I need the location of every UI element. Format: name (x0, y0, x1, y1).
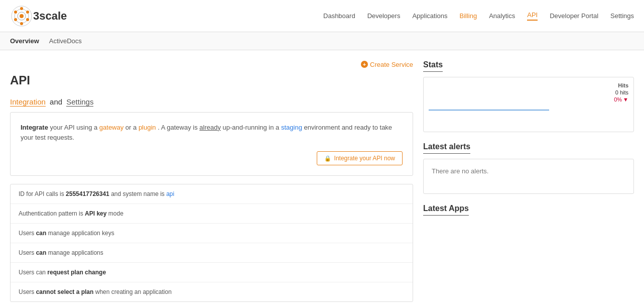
request-plan-change: request plan change (47, 269, 106, 276)
stats-section: Stats Hits 0 hits 0% ▼ (423, 60, 634, 132)
api-info-card: ID for API calls is 2555417726341 and sy… (10, 184, 413, 302)
gateway-link[interactable]: gateway (99, 124, 123, 131)
integrate-text-2: your API using a (50, 124, 99, 131)
integration-card: Integrate your API using a gateway or a … (10, 112, 413, 176)
stats-chart-svg (429, 82, 569, 123)
integration-link[interactable]: Integration (10, 97, 46, 107)
api-info-row-manage-apps: Users can manage applications (11, 243, 413, 263)
stats-legend: Hits 0 hits 0% ▼ (598, 82, 628, 127)
hits-value: 0 hits (615, 89, 628, 95)
svg-point-3 (20, 7, 23, 10)
subnav-item-overview[interactable]: Overview (10, 37, 39, 45)
and-text: and (50, 97, 62, 106)
stats-chart-box: Hits 0 hits 0% ▼ (423, 77, 634, 132)
auth-mode: mode (108, 210, 123, 217)
users-label-2: Users (19, 249, 36, 256)
logo[interactable]: 3scale (10, 5, 67, 28)
hits-label: Hits (618, 82, 628, 88)
svg-point-5 (26, 18, 29, 21)
plus-icon: + (361, 61, 368, 68)
nav-item-api[interactable]: API (527, 11, 538, 21)
svg-point-4 (26, 11, 29, 14)
svg-point-9 (20, 14, 24, 18)
right-column: Stats Hits 0 hits 0% ▼ Late (423, 60, 634, 302)
api-system-name-value[interactable]: api (166, 190, 174, 197)
users-label-4: Users (19, 288, 36, 295)
no-alerts-text: There are no alerts. (432, 167, 488, 175)
nav-item-applications[interactable]: Applications (412, 12, 447, 20)
left-column: + Create Service API Integration and Set… (10, 60, 413, 302)
main-content: + Create Service API Integration and Set… (0, 50, 644, 306)
plugin-link[interactable]: plugin (139, 124, 156, 131)
create-service-label: Create Service (370, 61, 413, 68)
cannot-select-plan: cannot select a plan (36, 288, 94, 295)
logo-icon (10, 5, 33, 28)
latest-apps-title: Latest Apps (423, 204, 469, 216)
integrate-now-label: Integrate your API now (334, 155, 395, 162)
integrate-text-5: up-and-running in a (223, 124, 281, 131)
users-label-1: Users (19, 230, 36, 237)
logo-text: 3scale (33, 10, 67, 23)
alerts-box: There are no alerts. (423, 159, 634, 194)
auth-value: API key (85, 210, 106, 217)
integrate-now-button[interactable]: 🔒 Integrate your API now (317, 151, 403, 165)
header: 3scale Dashboard Developers Applications… (0, 0, 644, 32)
api-id-label: ID for API calls is (19, 190, 66, 197)
lock-icon: 🔒 (324, 155, 331, 162)
create-service-button[interactable]: + Create Service (361, 61, 413, 68)
can-label-2: can (36, 249, 47, 256)
staging-text: staging (281, 124, 302, 131)
nav-item-billing[interactable]: Billing (460, 12, 477, 20)
nav-item-developers[interactable]: Developers (367, 12, 401, 20)
down-arrow-icon: ▼ (623, 96, 628, 103)
svg-point-7 (14, 18, 17, 21)
nav-item-developer-portal[interactable]: Developer Portal (550, 12, 598, 20)
api-id-value: 2555417726341 (66, 190, 109, 197)
can-label-1: can (36, 230, 47, 237)
percent-value: 0% (614, 96, 622, 103)
page-title: API (10, 73, 413, 87)
api-info-row-auth: Authentication pattern is API key mode (11, 204, 413, 224)
already-text: already (199, 124, 221, 131)
integrate-text-3: or a (125, 124, 139, 131)
integrate-text-4: . A gateway is (158, 124, 199, 131)
stats-title: Stats (423, 60, 443, 72)
auth-label: Authentication pattern is (19, 210, 85, 217)
api-info-row-select-plan: Users cannot select a plan when creating… (11, 282, 413, 301)
svg-point-6 (20, 22, 23, 25)
api-info-row-app-keys: Users can manage application keys (11, 224, 413, 243)
users-label-3: Users can (19, 269, 47, 276)
integration-description: Integrate your API using a gateway or a … (21, 123, 403, 144)
svg-point-8 (14, 11, 17, 14)
manage-apps: manage applications (48, 249, 103, 256)
nav-item-analytics[interactable]: Analytics (489, 12, 515, 20)
hits-percent: 0% ▼ (614, 96, 628, 103)
main-nav: Dashboard Developers Applications Billin… (323, 11, 634, 21)
stats-chart-area (429, 82, 598, 123)
nav-item-settings[interactable]: Settings (610, 12, 634, 20)
section-heading: Integration and Settings (10, 97, 413, 106)
alerts-section: Latest alerts There are no alerts. (423, 142, 634, 194)
apps-section: Latest Apps (423, 204, 634, 221)
subnav-item-activedocs[interactable]: ActiveDocs (49, 37, 82, 45)
settings-link[interactable]: Settings (66, 97, 93, 107)
when-creating: when creating an application (95, 288, 172, 295)
manage-app-keys: manage application keys (48, 230, 114, 237)
nav-item-dashboard[interactable]: Dashboard (323, 12, 355, 20)
create-service-bar: + Create Service (10, 60, 413, 68)
api-system-name-label: and system name is (111, 190, 166, 197)
api-info-row-plan-change: Users can request plan change (11, 263, 413, 282)
alerts-title: Latest alerts (423, 142, 470, 154)
subnav: Overview ActiveDocs (0, 32, 644, 50)
api-info-row-id: ID for API calls is 2555417726341 and sy… (11, 184, 413, 204)
integrate-bold: Integrate (21, 124, 48, 131)
